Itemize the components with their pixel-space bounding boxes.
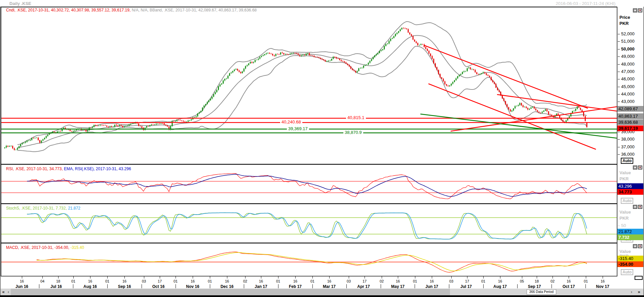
month-divider xyxy=(244,284,244,288)
trend-line[interactable] xyxy=(424,45,588,108)
trend-line[interactable] xyxy=(451,106,620,131)
day-label: 17 xyxy=(465,279,469,283)
scroll-right-button[interactable]: › xyxy=(629,289,634,295)
month-divider xyxy=(449,284,449,288)
day-label: 16 xyxy=(191,279,195,283)
rsi-auto-scale-button[interactable]: Auto xyxy=(621,198,633,204)
horizontal-scrollbar[interactable]: « ‹ › » 366 Data Period xyxy=(1,289,643,295)
stoch-d-legend-text: 21.872 xyxy=(67,206,80,211)
price-tick-mark xyxy=(618,94,620,95)
day-label: 02 xyxy=(380,279,384,283)
scrollbar-thumb[interactable] xyxy=(11,289,450,295)
price-axis-title: Price xyxy=(619,15,630,20)
price-tick-label: 45,000 xyxy=(621,84,635,89)
price-auto-scale-button[interactable]: Auto xyxy=(621,158,633,164)
close-icon[interactable]: ✕ xyxy=(638,165,642,170)
price-plot[interactable] xyxy=(1,22,620,152)
stoch-k-legend-text: StochS, .KSE, 2017-10-31, 7.732, xyxy=(6,206,67,211)
day-label: 04 xyxy=(40,279,44,283)
macd-panel-frame xyxy=(1,243,617,276)
month-divider xyxy=(381,284,381,288)
scroll-left-button[interactable]: ‹ xyxy=(6,289,11,295)
day-tick-mark xyxy=(569,276,569,279)
day-label: 01 xyxy=(71,279,75,283)
month-divider xyxy=(39,284,39,288)
price-tick-label: 37,000 xyxy=(621,144,635,149)
scroll-far-right-button[interactable]: » xyxy=(635,289,643,295)
month-divider xyxy=(176,284,176,288)
price-legend[interactable]: Cndl, .KSE, 2017-10-31, 40,302.72, 40,30… xyxy=(6,8,257,12)
stoch-tick-label: 50 xyxy=(621,223,626,228)
month-divider xyxy=(415,284,415,288)
rsi-plot[interactable] xyxy=(1,174,617,199)
price-tick-mark xyxy=(618,64,620,65)
chart-canvas[interactable] xyxy=(0,0,644,297)
day-tick-mark xyxy=(22,276,22,279)
month-label: Nov 17 xyxy=(596,284,609,289)
restore-icon[interactable] xyxy=(633,244,637,248)
price-tick-label: 43,000 xyxy=(621,99,635,104)
day-tick-mark xyxy=(312,276,313,279)
day-label: 16 xyxy=(567,279,571,283)
macd-panel-controls: ✕ xyxy=(633,244,643,249)
month-label: Jul 16 xyxy=(50,284,62,289)
month-divider xyxy=(73,284,73,288)
restore-icon[interactable] xyxy=(633,8,637,12)
close-icon[interactable]: ✕ xyxy=(638,205,642,209)
day-tick-mark xyxy=(349,276,349,279)
day-label: 03 xyxy=(142,279,146,283)
month-label: Jun 16 xyxy=(15,284,28,289)
macd-auto-scale-button[interactable]: Auto xyxy=(621,269,633,275)
day-tick-mark xyxy=(227,276,227,279)
line-value-label: 39,369.17 xyxy=(287,126,309,131)
day-tick-mark xyxy=(144,276,144,279)
restore-icon[interactable] xyxy=(633,165,637,170)
price-tick-label: 36,000 xyxy=(621,152,635,157)
month-label: Jul 17 xyxy=(460,284,472,289)
macd-legend-text: MACD, .KSE, 2017-10-31, -354.00, xyxy=(6,245,69,250)
trend-line[interactable] xyxy=(420,114,620,139)
month-label: Apr 17 xyxy=(357,284,370,289)
day-tick-mark xyxy=(432,276,432,279)
stoch-value-badge: 7.732 xyxy=(617,234,643,240)
month-label: Nov 16 xyxy=(186,284,199,289)
price-tick-mark xyxy=(618,87,620,87)
price-tick-mark xyxy=(618,147,620,147)
day-label: 01 xyxy=(105,279,109,283)
day-label: 18 xyxy=(56,279,60,283)
stoch-legend[interactable]: StochS, .KSE, 2017-10-31, 7.732, 21.872 xyxy=(6,206,80,211)
rsi-legend[interactable]: RSI, .KSE, 2017-10-31, 34.773, EMA, RSI(… xyxy=(6,166,131,171)
price-tick-mark xyxy=(618,41,620,42)
macd-legend[interactable]: MACD, .KSE, 2017-10-31, -354.00, -315.40 xyxy=(6,245,84,250)
scroll-far-left-button[interactable]: « xyxy=(1,289,6,295)
corner-box[interactable] xyxy=(635,276,643,280)
price-tick-label: 44,000 xyxy=(621,91,635,97)
price-tick-label: 50,000 xyxy=(621,46,635,51)
stoch-plot[interactable] xyxy=(1,213,617,239)
restore-icon[interactable] xyxy=(633,205,637,209)
rsi-axis-title: Value xyxy=(619,170,631,175)
macd-plot[interactable] xyxy=(1,252,617,272)
day-label: 03 xyxy=(347,279,351,283)
price-tick-label: 47,000 xyxy=(621,69,635,74)
day-label: 01 xyxy=(413,279,417,283)
day-tick-mark xyxy=(467,276,467,279)
stoch-panel-frame xyxy=(1,204,617,243)
close-icon[interactable]: ✕ xyxy=(638,8,642,12)
close-icon[interactable]: ✕ xyxy=(638,244,642,248)
day-label: 16 xyxy=(293,279,297,283)
price-value-badge: 42,089.67 xyxy=(617,106,643,112)
candle-legend-text: Cndl, .KSE, 2017-10-31, 40,302.72, 40,30… xyxy=(6,8,130,12)
price-tick-mark xyxy=(618,132,620,132)
rsi-value-badge: 34.773 xyxy=(617,189,643,195)
day-tick-mark xyxy=(451,276,452,279)
rsi-axis-unit: PKR xyxy=(619,176,629,181)
macd-axis-title: Value xyxy=(619,249,631,254)
day-tick-mark xyxy=(329,276,330,279)
day-tick-mark xyxy=(295,276,296,279)
month-divider xyxy=(346,284,347,288)
price-tick-mark xyxy=(618,154,620,155)
price-tick-label: 52,000 xyxy=(621,31,635,36)
month-label: Aug 16 xyxy=(83,284,97,289)
day-label: 16 xyxy=(225,279,229,283)
